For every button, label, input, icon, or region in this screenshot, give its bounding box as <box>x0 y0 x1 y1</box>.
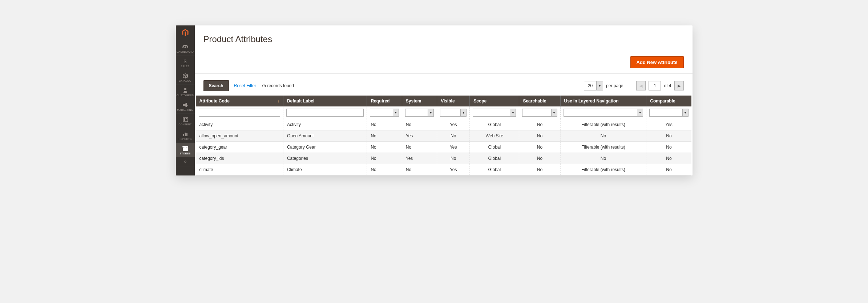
col-header-layered[interactable]: Use in Layered Navigation <box>560 96 646 106</box>
filter-attribute-code-input[interactable] <box>199 109 280 117</box>
cell-required: No <box>367 153 402 164</box>
storefront-icon <box>182 146 188 152</box>
filter-searchable-select[interactable]: ▼ <box>522 109 557 117</box>
sidebar-item-label: SALES <box>181 65 189 68</box>
col-header-scope[interactable]: Scope <box>470 96 519 106</box>
sidebar-item-label: DASHBOARD <box>177 50 194 53</box>
sort-down-icon: ↓ <box>278 99 279 103</box>
col-header-visible[interactable]: Visible <box>437 96 470 106</box>
cell-code: activity <box>196 119 283 130</box>
cube-icon <box>183 73 188 79</box>
cell-system: Yes <box>402 130 437 142</box>
filter-required-select[interactable]: ▼ <box>370 109 399 117</box>
sidebar-item-label: CATALOG <box>179 80 191 82</box>
per-page-select[interactable]: 20 ▼ <box>584 81 603 90</box>
sidebar-item-dashboard[interactable]: DASHBOARD <box>176 41 195 56</box>
chevron-down-icon: ▼ <box>596 81 603 90</box>
chevron-down-icon: ▼ <box>393 109 399 116</box>
cell-scope: Global <box>470 164 519 175</box>
filter-visible-select[interactable]: ▼ <box>440 109 467 117</box>
sidebar-item-label: STORES <box>179 152 190 155</box>
col-header-system[interactable]: System <box>402 96 437 106</box>
sidebar-item-label: REPORTS <box>179 138 192 140</box>
cell-layered: Filterable (with results) <box>560 119 646 130</box>
records-found-label: 75 records found <box>261 83 294 88</box>
page-number-input[interactable] <box>649 81 661 90</box>
col-header-comparable[interactable]: Comparable <box>646 96 691 106</box>
cell-comparable: No <box>646 130 691 142</box>
chevron-down-icon: ▼ <box>510 109 516 116</box>
cell-searchable: No <box>519 142 560 153</box>
main-content: Product Attributes Add New Attribute Sea… <box>195 25 693 175</box>
cell-visible: No <box>437 153 470 164</box>
gear-icon <box>183 159 187 165</box>
page-header: Product Attributes <box>195 25 693 51</box>
cell-system: Yes <box>402 153 437 164</box>
chevron-down-icon: ▼ <box>551 109 557 116</box>
cell-label: Open Amount <box>283 130 367 142</box>
per-page-label: per page <box>606 83 623 88</box>
table-row[interactable]: activityActivityNoNoYesGlobalNoFilterabl… <box>196 119 691 130</box>
col-header-searchable[interactable]: Searchable <box>519 96 560 106</box>
col-header-attribute-code[interactable]: Attribute Code↓ <box>196 96 283 106</box>
reset-filter-link[interactable]: Reset Filter <box>234 83 256 88</box>
cell-scope: Global <box>470 153 519 164</box>
gauge-icon <box>182 44 188 50</box>
cell-scope: Global <box>470 142 519 153</box>
sidebar-item-reports[interactable]: REPORTS <box>176 128 195 143</box>
chevron-down-icon: ▼ <box>682 109 688 116</box>
cell-label: Climate <box>283 164 367 175</box>
col-header-default-label[interactable]: Default Label <box>283 96 367 106</box>
cell-searchable: No <box>519 119 560 130</box>
add-new-attribute-button[interactable]: Add New Attribute <box>630 56 684 68</box>
sidebar-item-label: CONTENT <box>179 123 192 126</box>
search-button[interactable]: Search <box>203 80 229 91</box>
cell-label: Categories <box>283 153 367 164</box>
cell-system: No <box>402 119 437 130</box>
cell-required: No <box>367 164 402 175</box>
pagination: 20 ▼ per page ◀ of 4 ▶ <box>584 81 684 90</box>
filter-system-select[interactable]: ▼ <box>405 109 434 117</box>
cell-system: No <box>402 142 437 153</box>
svg-rect-2 <box>183 118 185 121</box>
chevron-down-icon: ▼ <box>637 109 643 116</box>
cell-visible: Yes <box>437 164 470 175</box>
sidebar-item-stores[interactable]: STORES <box>176 143 195 157</box>
cell-layered: Filterable (with results) <box>560 142 646 153</box>
filter-scope-select[interactable]: ▼ <box>473 109 516 117</box>
cell-layered: No <box>560 153 646 164</box>
sidebar-item-more[interactable] <box>176 157 195 166</box>
cell-required: No <box>367 142 402 153</box>
cell-searchable: No <box>519 153 560 164</box>
cell-code: climate <box>196 164 283 175</box>
filter-layered-select[interactable]: ▼ <box>564 109 643 117</box>
filter-comparable-select[interactable]: ▼ <box>649 109 688 117</box>
megaphone-icon <box>183 102 188 108</box>
col-header-required[interactable]: Required <box>367 96 402 106</box>
svg-rect-5 <box>185 133 186 136</box>
magento-logo-icon[interactable] <box>182 25 189 41</box>
table-row[interactable]: climateClimateNoNoYesGlobalNoFilterable … <box>196 164 691 175</box>
svg-rect-4 <box>183 134 184 136</box>
table-row[interactable]: category_idsCategoriesNoYesNoGlobalNoNoN… <box>196 153 691 164</box>
filter-default-label-input[interactable] <box>286 109 364 117</box>
prev-page-button[interactable]: ◀ <box>636 81 646 90</box>
sidebar-item-customers[interactable]: CUSTOMERS <box>176 85 195 99</box>
next-page-button[interactable]: ▶ <box>674 81 684 90</box>
sidebar-item-sales[interactable]: $ SALES <box>176 56 195 70</box>
sidebar-item-marketing[interactable]: MARKETING <box>176 99 195 114</box>
cell-comparable: No <box>646 153 691 164</box>
table-row[interactable]: category_gearCategory GearNoNoYesGlobalN… <box>196 142 691 153</box>
attributes-grid: Attribute Code↓ Default Label Required S… <box>195 96 693 175</box>
sidebar-item-label: CUSTOMERS <box>177 94 194 97</box>
sidebar-item-content[interactable]: CONTENT <box>176 114 195 128</box>
svg-rect-6 <box>186 133 187 136</box>
page-title: Product Attributes <box>203 34 684 44</box>
app-frame: DASHBOARD $ SALES CATALOG CUSTOMERS MARK… <box>176 25 693 175</box>
cell-label: Activity <box>283 119 367 130</box>
dollar-icon: $ <box>184 58 187 64</box>
cell-comparable: No <box>646 164 691 175</box>
table-row[interactable]: allow_open_amountOpen AmountNoYesNoWeb S… <box>196 130 691 142</box>
attributes-table: Attribute Code↓ Default Label Required S… <box>196 96 691 175</box>
sidebar-item-catalog[interactable]: CATALOG <box>176 70 195 85</box>
